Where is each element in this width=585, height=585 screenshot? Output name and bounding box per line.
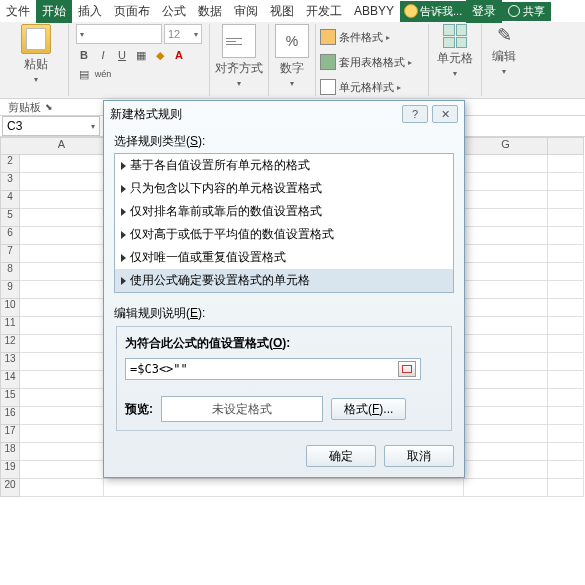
cell[interactable] [548,227,584,245]
cell[interactable] [548,263,584,281]
cell[interactable] [20,263,104,281]
italic-button[interactable]: I [95,47,111,63]
row-header[interactable]: 15 [0,389,20,407]
cell[interactable] [20,191,104,209]
range-picker-icon[interactable] [398,361,416,377]
cancel-button[interactable]: 取消 [384,445,454,467]
cell[interactable] [464,425,548,443]
number-button[interactable]: % 数字▾ [275,24,309,88]
col-header-g[interactable]: G [464,137,548,155]
cell[interactable] [20,389,104,407]
tab-abbyy[interactable]: ABBYY [348,1,400,21]
alignment-button[interactable]: 对齐方式▾ [215,24,263,88]
cell[interactable] [548,155,584,173]
rule-type-list[interactable]: 基于各自值设置所有单元格的格式只为包含以下内容的单元格设置格式仅对排名靠前或靠后… [114,153,454,293]
cell-style-button[interactable]: 单元格样式▸ [320,78,401,96]
tab-file[interactable]: 文件 [0,0,36,23]
cell[interactable] [20,227,104,245]
cell[interactable] [548,479,584,497]
row-header[interactable]: 17 [0,425,20,443]
ok-button[interactable]: 确定 [306,445,376,467]
cell[interactable] [464,371,548,389]
cell[interactable] [20,425,104,443]
conditional-format-button[interactable]: 条件格式▸ [320,28,390,46]
cell[interactable] [464,281,548,299]
cell[interactable] [464,479,548,497]
table-format-button[interactable]: 套用表格格式▸ [320,53,412,71]
cell[interactable] [464,389,548,407]
cell[interactable] [548,443,584,461]
cell[interactable] [20,371,104,389]
cell[interactable] [548,281,584,299]
row-header[interactable]: 5 [0,209,20,227]
cell[interactable] [464,191,548,209]
rule-type-item[interactable]: 只为包含以下内容的单元格设置格式 [115,177,453,200]
tell-me[interactable]: 告诉我... [400,1,466,22]
cell[interactable] [20,461,104,479]
cell[interactable] [20,299,104,317]
border-button[interactable]: ▦ [133,47,149,63]
format-button[interactable]: 格式(F)... [331,398,406,420]
dialog-titlebar[interactable]: 新建格式规则 ? ✕ [104,101,464,127]
tab-layout[interactable]: 页面布 [108,0,156,23]
row-header[interactable]: 14 [0,371,20,389]
tab-insert[interactable]: 插入 [72,0,108,23]
row-header[interactable]: 7 [0,245,20,263]
underline-button[interactable]: U [114,47,130,63]
dialog-help-button[interactable]: ? [402,105,428,123]
phonetic-button[interactable]: wén [95,66,111,82]
tab-review[interactable]: 审阅 [228,0,264,23]
cell[interactable] [20,155,104,173]
col-header-last[interactable] [548,137,584,155]
rule-type-item[interactable]: 仅对高于或低于平均值的数值设置格式 [115,223,453,246]
cell[interactable] [548,353,584,371]
tab-view[interactable]: 视图 [264,0,300,23]
cell[interactable] [464,245,548,263]
cell[interactable] [464,173,548,191]
name-box[interactable]: C3▾ [2,116,100,136]
cell[interactable] [20,407,104,425]
tab-home[interactable]: 开始 [36,0,72,23]
row-header[interactable]: 6 [0,227,20,245]
row-header[interactable]: 11 [0,317,20,335]
font-color-button[interactable]: A [171,47,187,63]
cell[interactable] [20,209,104,227]
cell[interactable] [20,245,104,263]
cell[interactable] [548,317,584,335]
row-header[interactable]: 2 [0,155,20,173]
cell[interactable] [548,209,584,227]
row-header[interactable]: 8 [0,263,20,281]
cell[interactable] [464,299,548,317]
rule-type-item[interactable]: 仅对排名靠前或靠后的数值设置格式 [115,200,453,223]
tab-formula[interactable]: 公式 [156,0,192,23]
select-all-corner[interactable] [0,137,20,155]
row-header[interactable]: 18 [0,443,20,461]
cell[interactable] [464,155,548,173]
row-header[interactable]: 3 [0,173,20,191]
cell[interactable] [548,191,584,209]
row-header[interactable]: 4 [0,191,20,209]
cell[interactable] [548,335,584,353]
cell[interactable] [548,425,584,443]
row-header[interactable]: 9 [0,281,20,299]
cell[interactable] [548,299,584,317]
rule-type-item[interactable]: 基于各自值设置所有单元格的格式 [115,154,453,177]
row-header[interactable]: 10 [0,299,20,317]
cell[interactable] [104,479,464,497]
cell[interactable] [464,461,548,479]
cell[interactable] [548,389,584,407]
border2-button[interactable]: ▤ [76,66,92,82]
cell[interactable] [464,209,548,227]
login-link[interactable]: 登录 [466,0,502,23]
cell[interactable] [20,281,104,299]
edit-button[interactable]: ✎ 编辑▾ [492,24,516,76]
cell[interactable] [548,173,584,191]
cell[interactable] [20,479,104,497]
fill-color-button[interactable]: ◆ [152,47,168,63]
cell[interactable] [20,173,104,191]
cell[interactable] [464,443,548,461]
cell[interactable] [548,371,584,389]
cell[interactable] [464,263,548,281]
cell[interactable] [548,245,584,263]
row-header[interactable]: 19 [0,461,20,479]
